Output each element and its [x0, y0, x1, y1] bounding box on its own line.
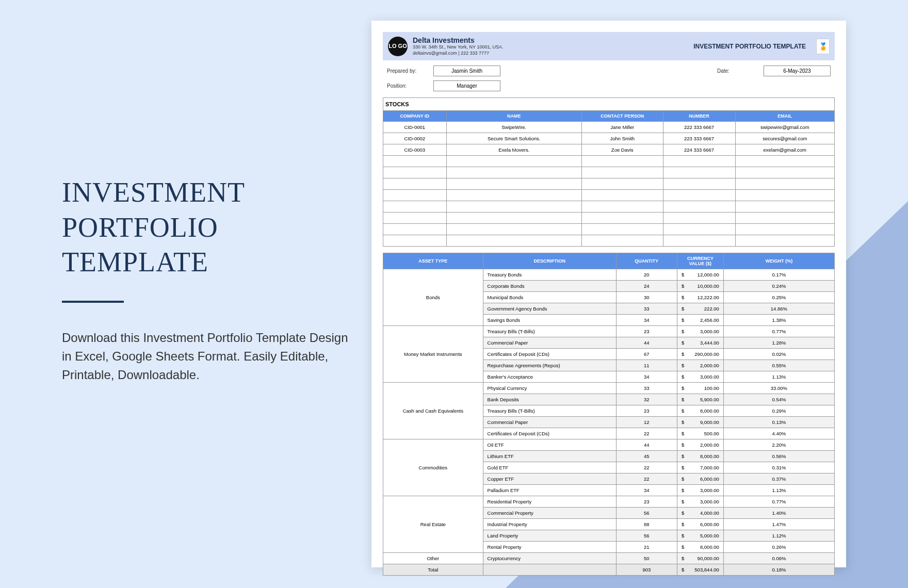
table-cell — [735, 190, 835, 201]
table-cell — [582, 178, 663, 190]
table-cell: $ — [677, 564, 689, 576]
table-cell: $ — [677, 519, 689, 530]
table-cell — [663, 235, 735, 247]
table-cell: 1.13% — [723, 485, 834, 496]
table-cell: 7,000.00 — [688, 462, 723, 473]
table-cell — [582, 201, 663, 213]
table-cell: 222 333 6667 — [663, 122, 735, 133]
table-cell: 2.20% — [723, 439, 834, 451]
table-cell: 0.54% — [723, 394, 834, 405]
table-cell: 0.06% — [723, 553, 834, 564]
table-cell — [735, 213, 835, 224]
stocks-header: NAME — [446, 111, 582, 122]
table-cell — [663, 178, 735, 190]
stocks-table: COMPANY IDNAMECONTACT PERSONNUMBEREMAIL … — [383, 110, 835, 247]
table-cell — [663, 156, 735, 167]
doc-header: LO GO Delta Investments 330 W. 34th St.,… — [383, 32, 835, 60]
meta-row-1: Prepared by: Jasmin Smith Date: 6-May-20… — [383, 60, 835, 78]
table-cell: Secure Smart Solutions. — [446, 133, 582, 144]
table-cell — [735, 178, 835, 190]
table-cell: 3,000.00 — [688, 485, 723, 496]
table-row-empty — [383, 178, 835, 190]
table-cell: CID-0003 — [383, 144, 447, 156]
table-cell: 20 — [616, 269, 677, 281]
table-cell: 3,000.00 — [688, 326, 723, 337]
table-cell: $ — [677, 337, 689, 349]
doc-header-left: LO GO Delta Investments 330 W. 34th St.,… — [388, 36, 503, 56]
table-row: CommoditiesOil ETF44$2,000.002.20% — [383, 439, 835, 451]
table-cell — [735, 224, 835, 235]
table-cell: 0.29% — [723, 405, 834, 417]
company-logo: LO GO — [388, 37, 408, 56]
table-cell: 34 — [616, 371, 677, 383]
table-cell: 45 — [616, 451, 677, 462]
assets-table: ASSET TYPEDESCRIPTIONQUANTITYCURRENCY VA… — [383, 253, 835, 576]
table-cell — [446, 213, 582, 224]
table-cell: $ — [677, 281, 689, 292]
table-cell: $ — [677, 485, 689, 496]
table-cell — [582, 224, 663, 235]
table-cell — [483, 564, 616, 576]
table-cell: 0.25% — [723, 292, 834, 303]
table-cell: 33.00% — [723, 383, 834, 394]
table-cell: $ — [677, 371, 689, 383]
table-cell: 0.13% — [723, 417, 834, 428]
left-panel: INVESTMENT PORTFOLIO TEMPLATE Download t… — [62, 175, 351, 384]
company-name: Delta Investments — [413, 36, 503, 44]
table-cell: 24 — [616, 281, 677, 292]
table-cell: 23 — [616, 405, 677, 417]
table-cell: 8,000.00 — [688, 451, 723, 462]
table-cell: CID-0002 — [383, 133, 447, 144]
table-cell: CID-0001 — [383, 122, 447, 133]
table-cell: $ — [677, 360, 689, 371]
table-cell: 290,000.00 — [688, 349, 723, 360]
table-cell: 903 — [616, 564, 677, 576]
meta-row-2: Position: Manager — [383, 78, 835, 97]
title-divider — [62, 301, 124, 303]
company-address-1: 330 W. 34th St., New York, NY 10001, USA… — [413, 44, 503, 51]
table-cell: $ — [677, 417, 689, 428]
prepared-by-value: Jasmin Smith — [433, 66, 500, 76]
table-cell: Exela Movers. — [446, 144, 582, 156]
table-cell: swipewire@gmail.com — [735, 122, 835, 133]
table-cell: 224 333 6667 — [663, 144, 735, 156]
table-row: Real EstateResidential Property23$3,000.… — [383, 496, 835, 508]
table-row-empty — [383, 224, 835, 235]
table-cell: 12,222.00 — [688, 292, 723, 303]
table-cell: Total — [383, 564, 483, 576]
table-row-empty — [383, 190, 835, 201]
table-cell: 8,000.00 — [688, 405, 723, 417]
table-cell — [582, 167, 663, 178]
table-cell — [582, 190, 663, 201]
table-cell: 1.38% — [723, 315, 834, 326]
table-cell: 1.40% — [723, 508, 834, 519]
table-cell: 2,000.00 — [688, 360, 723, 371]
table-row: CID-0002Secure Smart Solutions.John Smit… — [383, 133, 835, 144]
table-cell: 50 — [616, 553, 677, 564]
doc-title: INVESTMENT PORTFOLIO TEMPLATE — [693, 43, 806, 50]
table-cell: $ — [677, 269, 689, 281]
table-cell — [446, 156, 582, 167]
table-cell: Residential Property — [483, 496, 616, 508]
table-cell: exelam@gmail.com — [735, 144, 835, 156]
table-cell: 12,000.00 — [688, 269, 723, 281]
asset-type-cell: Real Estate — [383, 496, 483, 553]
stocks-header: EMAIL — [735, 111, 835, 122]
prepared-by-label: Prepared by: — [387, 68, 418, 74]
table-cell — [446, 190, 582, 201]
table-cell: 223 333 6667 — [663, 133, 735, 144]
table-cell — [582, 213, 663, 224]
table-cell: 33 — [616, 383, 677, 394]
asset-type-cell: Money Market Instruments — [383, 326, 483, 383]
table-row: Money Market InstrumentsTreasury Bills (… — [383, 326, 835, 337]
table-row: CID-0001SwipeWire.Jane Miller222 333 666… — [383, 122, 835, 133]
table-cell: 22 — [616, 462, 677, 473]
table-cell: 1.13% — [723, 371, 834, 383]
table-cell — [663, 213, 735, 224]
stocks-header: NUMBER — [663, 111, 735, 122]
table-cell — [446, 178, 582, 190]
page-title: INVESTMENT PORTFOLIO TEMPLATE — [62, 175, 351, 280]
table-cell: 5,900.00 — [688, 394, 723, 405]
title-line-2: PORTFOLIO TEMPLATE — [62, 212, 218, 278]
doc-header-right: INVESTMENT PORTFOLIO TEMPLATE 🏅 — [693, 39, 830, 54]
